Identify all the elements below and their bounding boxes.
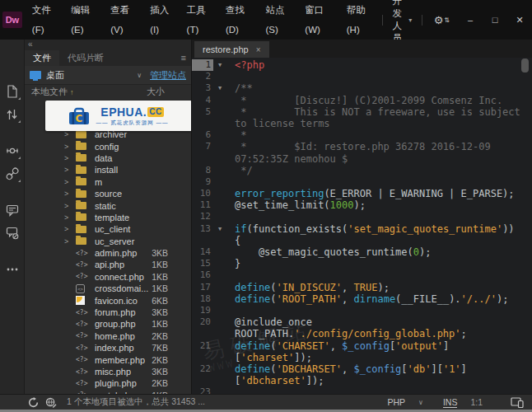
code-line-1[interactable]: 1▼<?php	[192, 59, 532, 71]
tab-files[interactable]: 文件	[25, 50, 59, 66]
tree-file-api-php[interactable]: <?>api.php1KB	[25, 259, 191, 270]
manage-sites-link[interactable]: 管理站点	[150, 69, 186, 82]
minimize-button[interactable]: –	[458, 10, 483, 30]
code-line-5[interactable]: 5 * This is NOT a freeware, use is subje…	[192, 106, 532, 118]
language-selector[interactable]: PHP ∨	[387, 397, 422, 407]
collapse-panels-icon[interactable]: «	[28, 40, 33, 49]
fold-arrow-icon[interactable]: ▼	[213, 82, 226, 94]
code-line-3[interactable]: 3▼/**	[192, 82, 532, 94]
tree-folder-config[interactable]: >config	[25, 140, 191, 152]
tree-folder-source[interactable]: >source	[25, 188, 191, 199]
code-line-22[interactable]: 22define('DBCHARSET', $_config['db']['1'…	[192, 363, 532, 375]
menu-item-8[interactable]: 帮助(H)	[339, 0, 379, 40]
tree-file-favicon-ico[interactable]: favicon.ico6KB	[25, 294, 191, 306]
chevron-down-icon[interactable]: ∨	[137, 72, 142, 79]
menu-item-0[interactable]: 文件(F)	[25, 0, 63, 40]
extract-icon[interactable]	[3, 142, 21, 160]
code-line-20[interactable]: 20@include_once	[192, 316, 532, 328]
tab-close-icon[interactable]: ×	[256, 45, 261, 54]
code-line-10[interactable]: 10error_reporting(E_ERROR | E_WARNING | …	[192, 188, 532, 199]
code-line-14[interactable]: 14 @set_magic_quotes_runtime(0);	[192, 246, 532, 258]
code-line-9[interactable]: 9	[192, 176, 532, 188]
code-line-13[interactable]: 13▼if(function_exists('set_magic_quotes_…	[192, 223, 532, 235]
close-button[interactable]: ✕	[507, 10, 532, 30]
tree-file-plugin-php[interactable]: <?>plugin.php2KB	[25, 377, 191, 389]
expander-icon[interactable]: >	[64, 166, 76, 174]
file-tree[interactable]: >archiver>config>data>install>m>source>s…	[25, 99, 191, 394]
menu-item-1[interactable]: 编辑(E)	[63, 0, 103, 40]
fold-arrow-icon[interactable]: ▼	[213, 223, 226, 235]
code-line-11[interactable]: 11@set_time_limit(1000);	[192, 199, 532, 211]
insert-mode-toggle[interactable]: INS	[443, 397, 458, 408]
code-line-4[interactable]: 4 * [Discuz!] (C)2001-2099 Comsenz Inc.	[192, 95, 532, 106]
sync-settings-button[interactable]: ⚙⇅	[426, 14, 458, 26]
code-line-wrap[interactable]: to license terms	[192, 118, 532, 129]
code-line-18[interactable]: 18define('ROOT_PATH', dirname(__FILE__).…	[192, 293, 532, 305]
expander-icon[interactable]: >	[64, 130, 76, 138]
code-line-23[interactable]: 23	[192, 386, 532, 394]
code-line-wrap[interactable]: 07:52:35Z nemohou $	[192, 153, 532, 165]
comment-off-icon[interactable]	[3, 224, 21, 242]
code-line-21[interactable]: 21define('CHARSET', $_config['output']	[192, 340, 532, 352]
site-sync-icon[interactable]	[45, 397, 57, 408]
code-line-16[interactable]: 16	[192, 269, 532, 281]
code-line-6[interactable]: 6 *	[192, 129, 532, 141]
tree-file-index-php[interactable]: <?>index.php7KB	[25, 342, 191, 353]
menu-item-2[interactable]: 查看(V)	[103, 0, 142, 40]
expander-icon[interactable]: >	[64, 225, 76, 233]
column-local-files[interactable]: 本地文件	[31, 86, 68, 98]
tree-file-admin-php[interactable]: <?>admin.php3KB	[25, 247, 191, 259]
site-dropdown[interactable]: 桌面	[46, 69, 64, 82]
tree-file-home-php[interactable]: <?>home.php2KB	[25, 330, 191, 342]
tree-folder-uc-client[interactable]: >uc_client	[25, 223, 191, 235]
scrollbar-thumb[interactable]	[521, 59, 529, 73]
expander-icon[interactable]: >	[64, 202, 76, 210]
code-line-wrap[interactable]: ['charset']);	[192, 352, 532, 363]
expander-icon[interactable]: >	[64, 178, 76, 186]
tree-file-connect-php[interactable]: <?>connect.php1KB	[25, 271, 191, 283]
tree-folder-static[interactable]: >static	[25, 199, 191, 211]
expander-icon[interactable]: >	[64, 190, 76, 198]
tree-folder-install[interactable]: >install	[25, 164, 191, 176]
device-preview-icon[interactable]	[511, 397, 524, 408]
more-options-icon[interactable]	[3, 260, 21, 279]
column-size[interactable]: 大小	[147, 86, 165, 98]
code-line-8[interactable]: 8 */	[192, 165, 532, 176]
expander-icon[interactable]: >	[64, 213, 76, 222]
menu-item-4[interactable]: 工具(T)	[180, 0, 218, 40]
tree-folder-m[interactable]: >m	[25, 176, 191, 188]
expander-icon[interactable]: >	[64, 237, 76, 246]
panel-menu-icon[interactable]: ≡	[176, 50, 191, 66]
comment-icon[interactable]	[3, 201, 21, 219]
tree-folder-uc-server[interactable]: >uc_server	[25, 236, 191, 247]
workspace-switcher[interactable]: 开发人员 ▾	[386, 0, 419, 44]
menu-item-3[interactable]: 插入(I)	[142, 0, 179, 40]
code-line-7[interactable]: 7 * $Id: restore.php 36278 2016-12-09	[192, 141, 532, 152]
code-line-2[interactable]: 2	[192, 71, 532, 82]
menu-item-6[interactable]: 站点(S)	[258, 0, 297, 40]
code-line-19[interactable]: 19	[192, 305, 532, 316]
refresh-icon[interactable]	[28, 397, 39, 408]
expander-icon[interactable]: >	[64, 143, 76, 151]
code-view[interactable]: 1▼<?php23▼/**4 * [Discuz!] (C)2001-2099 …	[192, 58, 532, 394]
tree-file-forum-php[interactable]: <?>forum.php3KB	[25, 307, 191, 318]
code-line-15[interactable]: 15}	[192, 258, 532, 269]
new-document-icon[interactable]	[3, 82, 21, 101]
tree-file-member-php[interactable]: <?>member.php2KB	[25, 353, 191, 365]
code-line-12[interactable]: 12	[192, 211, 532, 222]
expander-icon[interactable]: >	[64, 154, 76, 162]
tree-file-group-php[interactable]: <?>group.php1KB	[25, 318, 191, 330]
code-link-icon[interactable]	[3, 165, 21, 183]
tree-folder-template[interactable]: >template	[25, 212, 191, 223]
tab-snippets[interactable]: 代码片断	[59, 50, 112, 66]
code-line-wrap[interactable]: ['dbcharset']);	[192, 375, 532, 386]
code-line-wrap[interactable]: {	[192, 235, 532, 246]
maximize-button[interactable]: □	[483, 10, 507, 30]
document-tab[interactable]: restore.php ×	[194, 41, 269, 58]
tree-file-misc-php[interactable]: <?>misc.php3KB	[25, 366, 191, 377]
code-line-wrap[interactable]: ROOT_PATH.'./config/config_global.php';	[192, 328, 532, 339]
tree-file-crossdomai-[interactable]: <>crossdomai...1KB	[25, 283, 191, 294]
dreamweaver-logo-icon[interactable]: Dw	[2, 12, 22, 28]
tree-folder-data[interactable]: >data	[25, 152, 191, 164]
tree-file-portal-php[interactable]: <?>portal.php1KB	[25, 390, 191, 394]
